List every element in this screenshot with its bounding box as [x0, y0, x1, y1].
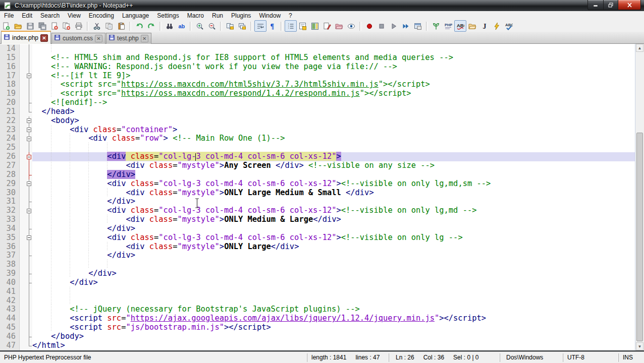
- bookmark-margin[interactable]: [20, 161, 26, 170]
- code-text[interactable]: </div>: [32, 269, 635, 278]
- menu-item-file[interactable]: File: [0, 12, 18, 20]
- editor-area[interactable]: 14 15 <!-- HTML5 shim and Respond.js for…: [0, 44, 644, 351]
- code-text[interactable]: <script src="https://oss.maxcdn.com/resp…: [32, 89, 635, 98]
- bookmark-margin[interactable]: [20, 260, 26, 269]
- code-line[interactable]: 29 <div class="col-lg-3 col-md-4 col-sm-…: [0, 179, 635, 189]
- scroll-down-arrow[interactable]: ▼: [636, 342, 643, 350]
- save-button[interactable]: [24, 20, 36, 32]
- zoom-in-button[interactable]: [194, 20, 206, 32]
- fold-collapse-box[interactable]: [26, 152, 32, 161]
- macro-run-multiple-button[interactable]: [400, 20, 412, 32]
- code-line[interactable]: 33 <div class="mystyle">ONLY Medium & La…: [0, 215, 635, 224]
- code-text[interactable]: <!--[if lt IE 9]>: [32, 72, 635, 81]
- bookmark-margin[interactable]: [20, 143, 26, 152]
- menu-item-run[interactable]: Run: [208, 12, 227, 20]
- code-line[interactable]: 34 </div>: [0, 224, 635, 233]
- code-line[interactable]: 14: [0, 44, 635, 53]
- bookmark-margin[interactable]: [20, 341, 26, 350]
- code-line[interactable]: 28 </div>: [0, 170, 635, 179]
- bookmark-margin[interactable]: [20, 197, 26, 206]
- code-line[interactable]: 23 <div class="container">: [0, 126, 635, 135]
- code-text[interactable]: <div class="row"> <!-- Main Row One (1)-…: [32, 134, 635, 143]
- code-line[interactable]: 39 </div>: [0, 269, 635, 278]
- vertical-scrollbar[interactable]: ▲ ▼: [635, 44, 644, 350]
- restore-button[interactable]: [604, 0, 618, 10]
- code-line[interactable]: 35 <div class="col-lg-3 col-md-4 col-sm-…: [0, 233, 635, 243]
- code-text[interactable]: <script src="https://ajax.googleapis.com…: [32, 314, 635, 323]
- sync-scroll-h-button[interactable]: [236, 20, 248, 32]
- code-line[interactable]: 30 <div class="mystyle">ONLY Large Mediu…: [0, 189, 635, 198]
- code-text[interactable]: [32, 287, 635, 296]
- code-line[interactable]: 42: [0, 296, 635, 306]
- menu-item-edit[interactable]: Edit: [18, 12, 36, 20]
- code-line[interactable]: 38: [0, 260, 635, 269]
- bookmark-margin[interactable]: [20, 323, 26, 332]
- code-text[interactable]: <div class="mystyle">ONLY Large Medium &…: [32, 189, 635, 198]
- fold-collapse-box[interactable]: [26, 116, 32, 126]
- bookmark-margin[interactable]: [20, 80, 26, 89]
- project-folder-button[interactable]: [466, 20, 478, 32]
- code-line[interactable]: 21 </head>: [0, 107, 635, 116]
- code-line[interactable]: 27 <div class="mystyle">Any Screen </div…: [0, 161, 635, 170]
- paste-button[interactable]: [115, 20, 127, 32]
- bookmark-margin[interactable]: [20, 287, 26, 296]
- close-all-button[interactable]: [61, 20, 73, 32]
- title-bar[interactable]: C:\xampp\htdocs\BT\index.php - Notepad++: [0, 0, 644, 11]
- bookmark-margin[interactable]: [20, 206, 26, 215]
- code-line[interactable]: 41: [0, 287, 635, 296]
- code-text[interactable]: [32, 260, 635, 269]
- fold-collapse-box[interactable]: [26, 72, 32, 81]
- fold-collapse-box[interactable]: [26, 233, 32, 243]
- code-line[interactable]: 47</html>: [0, 341, 635, 350]
- status-encoding[interactable]: UTF-8: [563, 353, 618, 362]
- menu-item-settings[interactable]: Settings: [153, 12, 183, 20]
- bookmark-margin[interactable]: [20, 215, 26, 224]
- doc-map-button[interactable]: [309, 20, 321, 32]
- tab-close-icon[interactable]: ✕: [141, 35, 148, 42]
- sync-scroll-v-button[interactable]: [224, 20, 236, 32]
- macro-stop-button[interactable]: [375, 20, 388, 32]
- bookmark-margin[interactable]: [20, 179, 26, 189]
- new-file-button[interactable]: [0, 20, 12, 32]
- bookmark-margin[interactable]: [20, 98, 26, 107]
- menu-item-?[interactable]: ?: [285, 12, 296, 20]
- code-line[interactable]: 40 </div>: [0, 278, 635, 287]
- find-button[interactable]: [164, 20, 176, 32]
- code-line[interactable]: 32 <div class="col-lg-3 col-md-4 col-sm-…: [0, 206, 635, 215]
- bookmark-margin[interactable]: [20, 314, 26, 323]
- menu-item-language[interactable]: Language: [118, 12, 153, 20]
- code-line[interactable]: 16 <!-- WARNING: Respond.js doesn't work…: [0, 63, 635, 72]
- status-insert-mode[interactable]: INS: [618, 353, 644, 362]
- code-text[interactable]: </div>: [32, 170, 635, 179]
- word-wrap-button[interactable]: [254, 20, 266, 32]
- cut-button[interactable]: [91, 20, 103, 32]
- scrollbar-thumb[interactable]: [636, 133, 643, 341]
- print-button[interactable]: [73, 20, 85, 32]
- code-rows[interactable]: 14 15 <!-- HTML5 shim and Respond.js for…: [0, 44, 635, 350]
- code-text[interactable]: [32, 44, 635, 53]
- menu-item-encoding[interactable]: Encoding: [85, 12, 118, 20]
- code-text[interactable]: </body>: [32, 332, 635, 341]
- fold-collapse-box[interactable]: [26, 179, 32, 189]
- code-text[interactable]: <div class="col-lg-3 col-md-4 col-sm-6 c…: [32, 179, 635, 189]
- redo-button[interactable]: [145, 20, 157, 32]
- menu-item-search[interactable]: Search: [36, 12, 64, 20]
- run-lightning-button[interactable]: [491, 20, 503, 32]
- bookmark-margin[interactable]: [20, 305, 26, 314]
- undo-button[interactable]: [133, 20, 145, 32]
- code-text[interactable]: </html>: [32, 341, 635, 350]
- macro-save-button[interactable]: [412, 20, 424, 32]
- code-line[interactable]: 22 <body>: [0, 116, 635, 126]
- code-text[interactable]: </div>: [32, 224, 635, 233]
- status-eol-format[interactable]: Dos\Windows: [500, 353, 563, 362]
- code-text[interactable]: [32, 143, 635, 152]
- menu-item-window[interactable]: Window: [255, 12, 285, 20]
- textfx-button[interactable]: [430, 20, 442, 32]
- code-text[interactable]: <body>: [32, 116, 635, 126]
- code-line[interactable]: 20 <![endif]-->: [0, 98, 635, 107]
- macro-play-button[interactable]: [388, 20, 400, 32]
- bookmark-margin[interactable]: [20, 44, 26, 53]
- code-line[interactable]: 31 </div>: [0, 197, 635, 206]
- code-text[interactable]: </head>: [32, 107, 635, 116]
- bookmark-margin[interactable]: [20, 243, 26, 252]
